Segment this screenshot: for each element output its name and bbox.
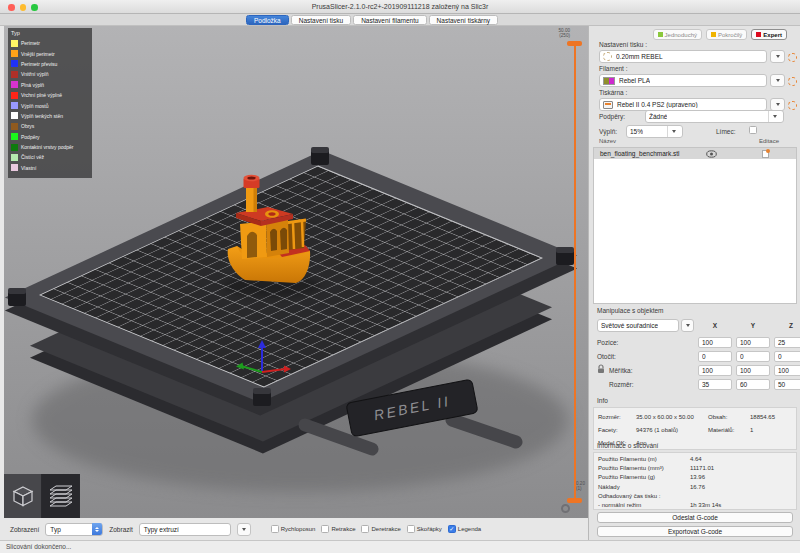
rotate-z-input[interactable] bbox=[774, 351, 800, 362]
deretractions-checkbox[interactable] bbox=[361, 525, 369, 533]
position-x-input[interactable] bbox=[698, 337, 732, 348]
rotate-y-input[interactable] bbox=[736, 351, 770, 362]
print-settings-gear-icon[interactable] bbox=[788, 53, 797, 62]
send-gcode-button[interactable]: Odeslat G-code bbox=[597, 512, 793, 523]
print-settings-value: 0.20mm REBEL bbox=[616, 53, 663, 60]
sidebar: Jednoduchý Pokročilý Expert Nastavení ti… bbox=[588, 26, 800, 540]
lock-icon[interactable] bbox=[597, 364, 605, 374]
printer-label: Tiskárna : bbox=[599, 89, 627, 96]
close-window-icon[interactable] bbox=[8, 4, 15, 11]
legend-color-swatch bbox=[11, 164, 18, 171]
retractions-checkbox-group: Retrakce bbox=[321, 525, 355, 533]
tab-filament-settings[interactable]: Nastavení filamentu bbox=[353, 15, 426, 25]
extrusion-type-legend: Typ Perimetr Vnější perimetr Perimetr př… bbox=[8, 28, 92, 178]
slicing-row: Použito Filamentu (mm³)11171.01 bbox=[598, 463, 796, 472]
eye-icon[interactable] bbox=[706, 150, 717, 158]
filament-dropdown-button[interactable] bbox=[770, 74, 785, 87]
travel-checkbox[interactable] bbox=[271, 525, 279, 533]
size-x-input[interactable] bbox=[698, 379, 732, 390]
infill-select[interactable]: 15% bbox=[626, 125, 683, 138]
status-text: Slicování dokončeno... bbox=[6, 543, 71, 550]
brim-checkbox[interactable] bbox=[749, 126, 757, 134]
chevron-down-icon bbox=[667, 126, 679, 137]
mode-simple-button[interactable]: Jednoduchý bbox=[653, 29, 702, 40]
slicing-row: Odhadovaný čas tisku : bbox=[598, 491, 796, 500]
layer-slider-min-label: 0.20(1) bbox=[576, 481, 585, 492]
legend-color-swatch bbox=[11, 50, 18, 57]
filament-select[interactable]: Rebel PLA bbox=[599, 74, 767, 87]
scale-x-input[interactable] bbox=[698, 365, 732, 376]
size-z-input[interactable] bbox=[774, 379, 800, 390]
position-y-input[interactable] bbox=[736, 337, 770, 348]
legend-color-swatch bbox=[11, 154, 18, 161]
rotate-x-input[interactable] bbox=[698, 351, 732, 362]
info-title: Info bbox=[597, 397, 608, 404]
position-z-input[interactable] bbox=[774, 337, 800, 348]
supports-label: Podpěry: bbox=[599, 113, 625, 120]
object-list-header: Název Editace bbox=[593, 138, 797, 147]
shells-checkbox[interactable] bbox=[407, 525, 415, 533]
3d-viewport[interactable]: REBEL II bbox=[4, 26, 588, 518]
tab-plater[interactable]: Podložka bbox=[246, 15, 289, 25]
3d-view-button[interactable] bbox=[4, 474, 42, 518]
infill-label: Výplň: bbox=[599, 128, 617, 135]
zoom-window-icon[interactable] bbox=[31, 4, 38, 11]
mode-expert-button[interactable]: Expert bbox=[751, 29, 787, 40]
titlebar[interactable]: PrusaSlicer-2.1.0-rc2+-201909111218 zalo… bbox=[0, 0, 800, 14]
legend-checkbox[interactable] bbox=[448, 525, 456, 533]
tab-printer-settings[interactable]: Nastavení tiskárny bbox=[429, 15, 498, 25]
mode-advanced-button[interactable]: Pokročilý bbox=[706, 29, 747, 40]
coordinates-dropdown-button[interactable] bbox=[681, 319, 694, 332]
scale-y-input[interactable] bbox=[736, 365, 770, 376]
supports-select[interactable]: Žádné bbox=[645, 110, 784, 123]
legend-item: Plná výplň bbox=[11, 80, 92, 90]
view-select[interactable]: Typ bbox=[45, 523, 103, 536]
export-gcode-button[interactable]: Exportovat G-code bbox=[597, 526, 793, 537]
coordinates-select[interactable]: Světové souřadnice bbox=[597, 319, 679, 332]
size-y-input[interactable] bbox=[736, 379, 770, 390]
object-list[interactable]: ben_floating_benchmark.stl bbox=[593, 147, 797, 304]
legend-item-label: Vlastní bbox=[21, 165, 36, 171]
layer-slider-bottom-handle[interactable] bbox=[567, 498, 582, 503]
legend-color-swatch bbox=[11, 112, 18, 119]
legend-color-swatch bbox=[11, 71, 18, 78]
slider-settings-icon[interactable] bbox=[561, 504, 570, 513]
slicing-row: Použito Filamentu (g)13.96 bbox=[598, 473, 796, 482]
layer-slider[interactable] bbox=[574, 46, 576, 498]
mode-simple-icon bbox=[658, 32, 663, 37]
show-select[interactable]: Typy extruzí bbox=[139, 523, 231, 536]
preview-toolbar: Zobrazení Typ Zobrazit Typy extruzí Rych… bbox=[0, 518, 588, 540]
filament-gear-icon[interactable] bbox=[788, 77, 797, 86]
object-name: ben_floating_benchmark.stl bbox=[594, 150, 680, 157]
bed-corner-clamp bbox=[8, 288, 26, 306]
deretractions-checkbox-group: Deretrakce bbox=[361, 525, 400, 533]
show-select-value: Typy extruzí bbox=[144, 526, 179, 533]
retractions-checkbox[interactable] bbox=[321, 525, 329, 533]
position-label: Pozice: bbox=[597, 339, 618, 346]
minimize-window-icon[interactable] bbox=[20, 4, 27, 11]
legend-color-swatch bbox=[11, 144, 18, 151]
size-label: Rozměr: bbox=[609, 381, 634, 388]
object-list-row[interactable]: ben_floating_benchmark.stl bbox=[594, 148, 796, 159]
tab-print-settings[interactable]: Nastavení tisku bbox=[291, 15, 351, 25]
filament-color-swatch bbox=[603, 77, 615, 85]
preview-layers-button[interactable] bbox=[42, 474, 80, 518]
show-select-dropdown-button[interactable] bbox=[237, 523, 251, 536]
brim-label: Límec: bbox=[716, 128, 736, 135]
printer-gear-icon[interactable] bbox=[788, 101, 797, 110]
slicing-row: Náklady16.76 bbox=[598, 482, 796, 491]
name-column-header: Název bbox=[599, 138, 616, 144]
filament-value: Rebel PLA bbox=[619, 77, 650, 84]
edit-object-icon[interactable] bbox=[762, 150, 769, 158]
print-settings-dropdown-button[interactable] bbox=[770, 50, 785, 63]
chevron-down-icon bbox=[686, 324, 690, 327]
print-settings-select[interactable]: 0.20mm REBEL bbox=[599, 50, 767, 63]
infill-value: 15% bbox=[630, 128, 643, 135]
layer-slider-max-label: 50.00(250) bbox=[532, 28, 570, 39]
scale-z-input[interactable] bbox=[774, 365, 800, 376]
printer-value: Rebel II 0.4 PS2 (upraveno) bbox=[617, 101, 698, 108]
main-tabbar: Podložka Nastavení tisku Nastavení filam… bbox=[0, 14, 800, 26]
legend-item-label: Výplň mostů bbox=[21, 103, 49, 109]
slicing-info-title: Informace o slicování bbox=[597, 442, 658, 449]
coordinates-value: Světové souřadnice bbox=[601, 322, 658, 329]
